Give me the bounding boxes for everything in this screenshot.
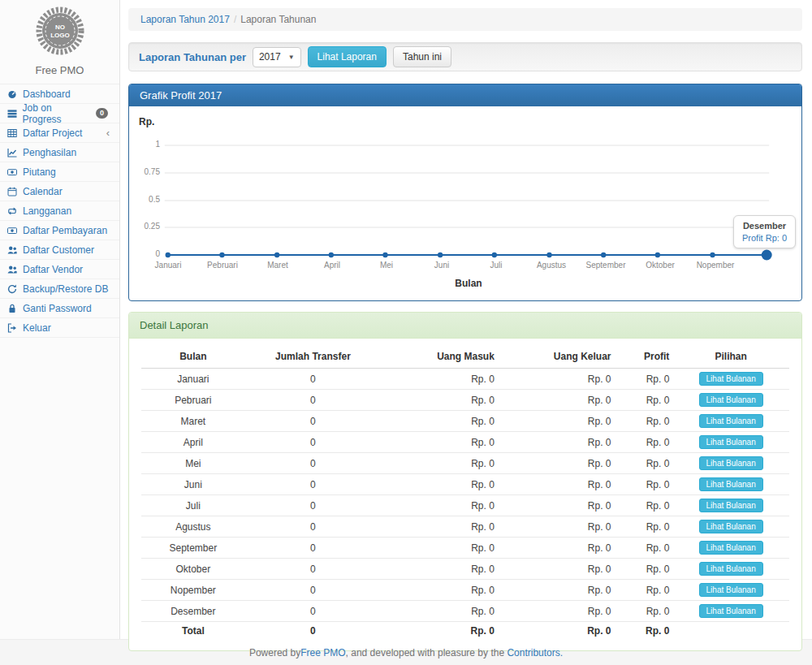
header-uang-keluar: Uang Keluar: [498, 345, 615, 369]
lihat-bulanan-button[interactable]: Lihat Bulanan: [699, 541, 763, 555]
x-tick-label: Pebruari: [207, 261, 238, 270]
data-point-juli: [492, 253, 497, 257]
data-point-juni: [438, 253, 443, 257]
cell-bulan: April: [141, 432, 245, 453]
sidebar-item-backup-restore-db[interactable]: Backup/Restore DB: [0, 279, 119, 299]
y-tick-label: 0.75: [136, 167, 160, 176]
sidebar-item-daftar-vendor[interactable]: Daftar Vendor: [0, 260, 119, 279]
cell-bulan: Juni: [141, 474, 245, 495]
cell-uang-masuk: Rp. 0: [381, 369, 498, 390]
sidebar-item-label: Daftar Vendor: [23, 264, 83, 275]
cell-uang-masuk: Rp. 0: [381, 601, 498, 622]
cell-total-uang-keluar: Rp. 0: [498, 622, 615, 641]
lihat-bulanan-button[interactable]: Lihat Bulanan: [699, 477, 763, 491]
users-icon: [6, 245, 18, 255]
chart-tooltip: Desember Profit Rp: 0: [733, 215, 796, 248]
breadcrumb-link[interactable]: Laporan Tahun 2017: [140, 14, 230, 25]
table-row: Mei 0 Rp. 0 Rp. 0 Rp. 0 Lihat Bulanan: [141, 453, 789, 474]
cell-jumlah-transfer: 0: [245, 474, 382, 495]
cell-bulan: Juli: [141, 495, 245, 516]
cell-profit: Rp. 0: [615, 474, 673, 495]
table-row: September 0 Rp. 0 Rp. 0 Rp. 0 Lihat Bula…: [141, 538, 789, 559]
footer-text: , and developed with pleasure by the: [346, 647, 504, 659]
lihat-bulanan-button[interactable]: Lihat Bulanan: [699, 583, 763, 597]
data-point-nopember: [710, 253, 715, 257]
sidebar-item-ganti-password[interactable]: Ganti Password: [0, 299, 119, 318]
lihat-bulanan-button[interactable]: Lihat Bulanan: [699, 562, 763, 576]
chart-plot-area: [129, 106, 801, 300]
free-pmo-link[interactable]: Free PMO: [300, 647, 345, 659]
table-row: Oktober 0 Rp. 0 Rp. 0 Rp. 0 Lihat Bulana…: [141, 559, 789, 580]
cell-jumlah-transfer: 0: [245, 453, 382, 474]
sidebar-item-label: Dashboard: [23, 89, 71, 100]
report-panel-title: Detail Laporan: [129, 313, 801, 339]
retweet-icon: [6, 206, 18, 216]
sidebar-item-keluar[interactable]: Keluar: [0, 318, 119, 338]
sidebar: NO LOGO Free PMO Dashboard Job on Progre…: [0, 0, 120, 639]
sidebar-item-langganan[interactable]: Langganan: [0, 201, 119, 221]
lihat-laporan-button[interactable]: Lihat Laporan: [308, 46, 387, 67]
sidebar-menu: Dashboard Job on Progress 0 Daftar Proje…: [0, 84, 119, 338]
table-header-row: Bulan Jumlah Transfer Uang Masuk Uang Ke…: [141, 345, 789, 369]
sidebar-item-daftar-pembayaran[interactable]: Daftar Pembayaran: [0, 221, 119, 240]
lihat-bulanan-button[interactable]: Lihat Bulanan: [699, 372, 763, 386]
cell-profit: Rp. 0: [615, 559, 673, 580]
sidebar-item-calendar[interactable]: Calendar: [0, 182, 119, 201]
data-point-oktober: [655, 253, 660, 257]
sidebar-item-label: Piutang: [23, 166, 56, 178]
sidebar-item-label: Daftar Project: [23, 127, 82, 139]
lihat-bulanan-button[interactable]: Lihat Bulanan: [699, 435, 763, 449]
sidebar-item-label: Daftar Customer: [23, 244, 94, 256]
sidebar-item-label: Job on Progress: [23, 102, 91, 125]
lihat-bulanan-button[interactable]: Lihat Bulanan: [699, 393, 763, 407]
cell-bulan: September: [141, 538, 245, 559]
cell-uang-keluar: Rp. 0: [498, 538, 615, 559]
table-icon: [6, 128, 18, 138]
cell-profit: Rp. 0: [615, 453, 673, 474]
caret-down-icon: ▼: [288, 54, 295, 61]
money-icon: [6, 167, 18, 177]
year-select[interactable]: 2017 ▼: [253, 47, 301, 67]
sidebar-item-daftar-customer[interactable]: Daftar Customer: [0, 240, 119, 260]
table-row: Pebruari 0 Rp. 0 Rp. 0 Rp. 0 Lihat Bulan…: [141, 390, 789, 411]
tahun-ini-button[interactable]: Tahun ini: [393, 46, 451, 67]
report-table: Bulan Jumlah Transfer Uang Masuk Uang Ke…: [141, 345, 789, 641]
cell-jumlah-transfer: 0: [245, 580, 382, 601]
cell-jumlah-transfer: 0: [245, 559, 382, 580]
sidebar-item-label: Backup/Restore DB: [23, 283, 108, 295]
cell-jumlah-transfer: 0: [245, 601, 382, 622]
count-badge: 0: [96, 108, 108, 119]
table-row: Agustus 0 Rp. 0 Rp. 0 Rp. 0 Lihat Bulana…: [141, 516, 789, 538]
cell-uang-keluar: Rp. 0: [498, 369, 615, 390]
lihat-bulanan-button[interactable]: Lihat Bulanan: [699, 414, 763, 428]
svg-text:NO: NO: [55, 24, 65, 31]
no-logo-badge: NO LOGO: [35, 6, 85, 56]
y-tick-label: 0: [136, 249, 160, 258]
sidebar-item-piutang[interactable]: Piutang: [0, 162, 119, 182]
money-icon: [6, 226, 18, 235]
table-row: April 0 Rp. 0 Rp. 0 Rp. 0 Lihat Bulanan: [141, 432, 789, 453]
sidebar-item-dashboard[interactable]: Dashboard: [0, 84, 119, 104]
dashboard-icon: [6, 89, 18, 99]
cell-bulan: Desember: [141, 601, 245, 622]
cell-total-label: Total: [141, 622, 245, 641]
cell-bulan: Oktober: [141, 559, 245, 580]
table-row: Desember 0 Rp. 0 Rp. 0 Rp. 0 Lihat Bulan…: [141, 601, 789, 622]
sidebar-item-job-on-progress[interactable]: Job on Progress 0: [0, 104, 119, 123]
lihat-bulanan-button[interactable]: Lihat Bulanan: [699, 604, 763, 618]
lihat-bulanan-button[interactable]: Lihat Bulanan: [699, 499, 763, 512]
contributors-link[interactable]: Contributors.: [507, 647, 563, 659]
lihat-bulanan-button[interactable]: Lihat Bulanan: [699, 456, 763, 470]
sidebar-item-penghasilan[interactable]: Penghasilan: [0, 143, 119, 162]
sidebar-item-daftar-project[interactable]: Daftar Project ‹: [0, 123, 119, 143]
cell-jumlah-transfer: 0: [245, 390, 382, 411]
cell-uang-masuk: Rp. 0: [381, 474, 498, 495]
lihat-bulanan-button[interactable]: Lihat Bulanan: [699, 520, 763, 533]
cell-profit: Rp. 0: [615, 369, 673, 390]
cell-bulan: Mei: [141, 453, 245, 474]
sidebar-item-label: Keluar: [23, 322, 51, 334]
cell-uang-keluar: Rp. 0: [498, 432, 615, 453]
cell-profit: Rp. 0: [615, 516, 673, 538]
cell-profit: Rp. 0: [615, 411, 673, 432]
chart-panel-title: Grafik Profit 2017: [129, 84, 801, 106]
